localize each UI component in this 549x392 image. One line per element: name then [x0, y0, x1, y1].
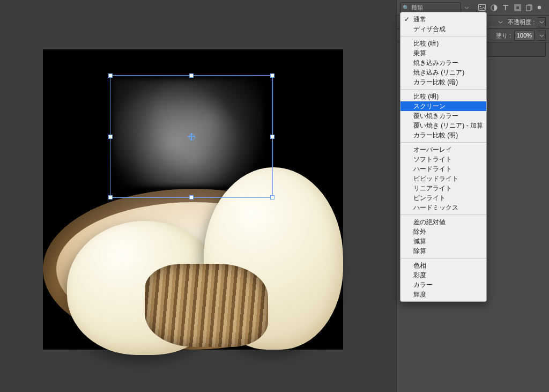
blend-mode-item[interactable]: 除外 — [400, 227, 486, 236]
transform-handle-mid-right[interactable] — [270, 135, 274, 139]
blend-mode-item[interactable]: 彩度 — [400, 270, 486, 280]
blend-mode-item[interactable]: 色相 — [400, 261, 486, 270]
filter-adjustment-icon[interactable] — [489, 3, 498, 12]
opacity-dropdown[interactable] — [538, 17, 546, 27]
menu-separator — [400, 36, 486, 36]
svg-point-1 — [480, 6, 481, 8]
menu-separator — [400, 89, 486, 90]
blend-mode-item[interactable]: リニアライト — [400, 183, 486, 193]
opacity-label: 不透明度 : — [508, 18, 535, 26]
blend-mode-item[interactable]: カラー — [400, 280, 486, 290]
filter-toggle-icon[interactable] — [537, 3, 542, 12]
blend-mode-item[interactable]: 減算 — [400, 236, 486, 246]
transform-handle-bot-left[interactable] — [108, 195, 113, 199]
blend-mode-item[interactable]: カラー比較 (暗) — [400, 77, 486, 87]
filter-image-icon[interactable] — [478, 3, 486, 12]
blend-mode-item[interactable]: 覆い焼きカラー — [400, 111, 486, 121]
fill-dropdown[interactable] — [538, 31, 546, 41]
transform-handle-top-left[interactable] — [108, 73, 113, 78]
transform-handle-top-mid[interactable] — [189, 73, 194, 78]
document[interactable] — [43, 49, 343, 350]
blend-mode-item[interactable]: 差の絶対値 — [400, 217, 486, 227]
transform-bounding-box[interactable] — [110, 75, 273, 198]
blend-mode-item[interactable]: 焼き込み (リニア) — [400, 68, 486, 77]
blend-mode-item[interactable]: オーバーレイ — [400, 145, 486, 154]
layer-search-placeholder: 種類 — [411, 4, 423, 12]
filter-smartobject-icon[interactable] — [525, 3, 533, 12]
blend-mode-item[interactable]: 乗算 — [400, 48, 486, 58]
blend-mode-item[interactable]: 除算 — [400, 246, 486, 256]
blend-mode-item[interactable]: ピンライト — [400, 193, 486, 203]
blend-mode-item[interactable]: 通常 — [400, 14, 486, 24]
blend-mode-item[interactable]: ビビッドライト — [400, 174, 486, 183]
blend-mode-item[interactable]: 焼き込みカラー — [400, 58, 486, 68]
transform-handle-bot-mid[interactable] — [189, 195, 194, 199]
transform-handle-mid-left[interactable] — [108, 135, 113, 139]
blend-mode-item[interactable]: 比較 (明) — [400, 92, 486, 101]
menu-separator — [400, 258, 486, 258]
fill-label: 塗り : — [496, 32, 511, 40]
menu-separator — [400, 215, 486, 215]
search-icon: 🔍 — [403, 5, 409, 11]
layer-search-input[interactable]: 🔍 種類 — [400, 2, 461, 13]
canvas-workspace[interactable] — [0, 0, 397, 392]
blend-mode-item[interactable]: ハードライト — [400, 164, 486, 174]
svg-rect-4 — [516, 6, 520, 10]
blend-mode-item[interactable]: ディザ合成 — [400, 24, 486, 34]
menu-separator — [400, 142, 486, 143]
svg-rect-5 — [526, 5, 531, 11]
filter-shape-icon[interactable] — [513, 3, 522, 12]
layer-search-dropdown[interactable] — [464, 5, 469, 10]
fill-value[interactable]: 100% — [514, 31, 535, 41]
blend-mode-item[interactable]: ハードミックス — [400, 203, 486, 212]
photo-filling — [145, 264, 268, 347]
blend-mode-item[interactable]: 比較 (暗) — [400, 39, 486, 48]
blend-mode-item[interactable]: 輝度 — [400, 290, 486, 299]
transform-handle-top-right[interactable] — [270, 73, 274, 78]
blend-mode-item[interactable]: カラー比較 (明) — [400, 130, 486, 140]
blend-mode-item[interactable]: スクリーン — [400, 101, 486, 111]
transform-handle-bot-right[interactable] — [270, 195, 274, 199]
blend-mode-item[interactable]: ソフトライト — [400, 154, 486, 164]
blend-mode-menu[interactable]: 通常ディザ合成比較 (暗)乗算焼き込みカラー焼き込み (リニア)カラー比較 (暗… — [400, 12, 487, 302]
blend-mode-dropdown-caret[interactable] — [497, 20, 505, 25]
blend-mode-item[interactable]: 覆い焼き (リニア) - 加算 — [400, 121, 486, 130]
transform-center-point[interactable] — [188, 133, 195, 140]
svg-point-6 — [538, 6, 541, 9]
filter-type-icon[interactable] — [501, 3, 510, 12]
